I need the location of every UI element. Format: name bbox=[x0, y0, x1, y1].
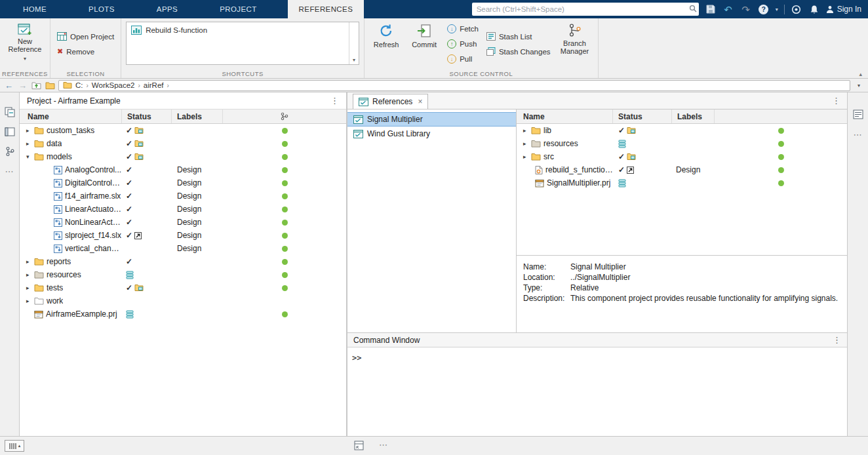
table-row[interactable]: ▸work bbox=[20, 294, 346, 307]
table-row[interactable]: f14_airframe.slx✓Design bbox=[20, 189, 346, 203]
checked-in-icon: ✓ bbox=[126, 258, 132, 266]
restore-panel-icon[interactable] bbox=[354, 441, 364, 452]
remove-button[interactable]: ✖ Remove bbox=[55, 45, 116, 58]
redo-icon[interactable]: ↷ bbox=[740, 3, 752, 16]
search-input[interactable] bbox=[472, 5, 687, 13]
table-row[interactable]: NonLinearActu...✓Design bbox=[20, 216, 346, 229]
expand-caret: ▴ bbox=[18, 443, 21, 448]
sign-in-button[interactable]: Sign In bbox=[826, 5, 861, 14]
reference-list-item[interactable]: Signal Multiplier bbox=[347, 112, 516, 127]
minimize-toolstrip-icon[interactable]: ▴ bbox=[859, 71, 862, 77]
doc-area-menu-icon[interactable]: ⋮ bbox=[832, 96, 847, 106]
property-inspector-icon[interactable] bbox=[853, 109, 863, 119]
back-icon[interactable]: ← bbox=[3, 80, 14, 91]
ribbon-group-references: New Reference ▾ REFERENCES bbox=[0, 18, 50, 78]
browse-folder-icon[interactable] bbox=[45, 80, 56, 91]
command-window[interactable]: >> bbox=[347, 347, 847, 436]
table-row[interactable]: ▸src✓ bbox=[517, 150, 847, 163]
collapse-arrow-icon[interactable]: ▾ bbox=[25, 153, 34, 160]
expand-arrow-icon[interactable]: ▸ bbox=[25, 127, 34, 134]
stash-changes-button[interactable]: Stash Changes bbox=[484, 45, 553, 58]
push-button[interactable]: ↑ Push bbox=[445, 37, 481, 50]
more-options-icon[interactable]: ⋯ bbox=[379, 440, 388, 450]
top-tab-references[interactable]: REFERENCES bbox=[288, 0, 365, 18]
breadcrumb-segment[interactable]: WorkSpace2 bbox=[92, 81, 135, 89]
panel-menu-icon[interactable]: ⋮ bbox=[330, 96, 339, 106]
community-icon[interactable] bbox=[791, 3, 802, 16]
address-dropdown-caret[interactable]: ▾ bbox=[853, 83, 865, 89]
expand-arrow-icon[interactable]: ▸ bbox=[25, 258, 34, 265]
table-row[interactable]: ▾models✓ bbox=[20, 150, 346, 163]
column-header-name[interactable]: Name bbox=[20, 109, 122, 123]
undo-icon[interactable]: ↶ bbox=[722, 3, 734, 16]
expand-arrow-icon[interactable]: ▸ bbox=[25, 140, 34, 147]
table-row[interactable]: ▸resources bbox=[517, 137, 847, 150]
search-icon[interactable] bbox=[687, 5, 699, 14]
column-header-git[interactable] bbox=[223, 109, 346, 123]
column-header-labels[interactable]: Labels bbox=[672, 109, 715, 123]
table-row[interactable]: vertical_channe...Design bbox=[20, 242, 346, 255]
table-row[interactable]: ▸reports✓ bbox=[20, 255, 346, 268]
help-dropdown-caret[interactable]: ▾ bbox=[776, 7, 778, 12]
comparison-icon[interactable] bbox=[5, 107, 15, 117]
expand-arrow-icon[interactable]: ▸ bbox=[522, 153, 531, 160]
table-row[interactable]: ▸resources bbox=[20, 268, 346, 281]
refresh-button[interactable]: Refresh bbox=[369, 20, 403, 51]
stash-list-button[interactable]: Stash List bbox=[484, 30, 553, 43]
table-row[interactable]: SignalMultiplier.prj bbox=[517, 176, 847, 189]
top-tab-plots[interactable]: PLOTS bbox=[77, 0, 126, 18]
table-row[interactable]: AnalogControl...✓Design bbox=[20, 163, 346, 176]
stash-list-label: Stash List bbox=[499, 33, 532, 41]
column-header-name[interactable]: Name bbox=[517, 109, 613, 123]
table-row[interactable]: LinearActuator...✓Design bbox=[20, 203, 346, 216]
notifications-bell-icon[interactable] bbox=[808, 3, 820, 16]
expand-arrow-icon[interactable]: ▸ bbox=[25, 285, 34, 291]
column-header-labels[interactable]: Labels bbox=[172, 109, 223, 123]
command-window-menu-icon[interactable]: ⋮ bbox=[833, 335, 841, 345]
top-tab-apps[interactable]: APPS bbox=[146, 0, 189, 18]
top-tab-project[interactable]: PROJECT bbox=[208, 0, 267, 18]
labels-cell: Design bbox=[172, 165, 223, 174]
folder-panel-icon[interactable] bbox=[5, 127, 15, 136]
table-row[interactable]: DigitalControl.slx✓Design bbox=[20, 176, 346, 189]
reference-list-item[interactable]: Wind Gust Library bbox=[347, 127, 516, 141]
save-icon[interactable] bbox=[705, 3, 717, 16]
table-row[interactable]: ▸tests✓ bbox=[20, 281, 346, 294]
expand-arrow-icon[interactable]: ▸ bbox=[25, 298, 34, 304]
new-reference-button[interactable]: New Reference ▾ bbox=[5, 20, 45, 66]
table-row[interactable]: rebuild_s_function...✓Design bbox=[517, 163, 847, 176]
forward-icon[interactable]: → bbox=[17, 80, 28, 91]
pull-button[interactable]: ↓ Pull bbox=[445, 52, 481, 66]
more-options-icon[interactable]: ⋯ bbox=[5, 167, 14, 176]
top-tab-home[interactable]: HOME bbox=[12, 0, 58, 18]
expand-arrow-icon[interactable]: ▸ bbox=[522, 140, 531, 147]
references-doc-tab[interactable]: References × bbox=[353, 94, 428, 109]
close-tab-icon[interactable]: × bbox=[418, 97, 422, 106]
fetch-button[interactable]: ↓ Fetch bbox=[445, 22, 481, 35]
rebuild-sfunction-shortcut[interactable]: Rebuild S-function bbox=[127, 22, 212, 38]
branch-manager-button[interactable]: Branch Manager bbox=[557, 20, 593, 58]
source-control-panel-icon[interactable] bbox=[5, 146, 14, 157]
expand-arrow-icon[interactable]: ▸ bbox=[25, 271, 34, 278]
column-header-status[interactable]: Status bbox=[122, 109, 172, 123]
commit-button[interactable]: Commit bbox=[407, 20, 441, 51]
column-header-status[interactable]: Status bbox=[613, 109, 672, 123]
table-row[interactable]: ▸custom_tasks✓ bbox=[20, 124, 346, 137]
gallery-expand-button[interactable]: ▾ bbox=[349, 22, 359, 64]
column-header-git[interactable] bbox=[715, 109, 847, 123]
help-icon[interactable]: ? bbox=[758, 3, 770, 16]
table-row[interactable]: ▸data✓ bbox=[20, 137, 346, 150]
breadcrumb-segment[interactable]: C: bbox=[75, 81, 83, 89]
address-breadcrumb[interactable]: C:›WorkSpace2›airRef› bbox=[58, 80, 850, 91]
breadcrumb-segment[interactable]: airRef bbox=[144, 81, 164, 89]
command-prompt: >> bbox=[352, 353, 361, 363]
table-row[interactable]: slproject_f14.slx✓Design bbox=[20, 229, 346, 242]
table-row[interactable]: ▸lib✓ bbox=[517, 124, 847, 137]
command-window-header[interactable]: Command Window ⋮ bbox=[347, 333, 847, 347]
expand-arrow-icon[interactable]: ▸ bbox=[522, 127, 531, 134]
more-options-icon[interactable]: ⋯ bbox=[854, 130, 863, 140]
table-row[interactable]: AirframeExample.prj bbox=[20, 307, 346, 321]
open-project-button[interactable]: Open Project bbox=[55, 30, 116, 43]
panel-layout-toggle[interactable]: ▴ bbox=[5, 440, 24, 452]
up-one-level-icon[interactable] bbox=[31, 80, 42, 91]
